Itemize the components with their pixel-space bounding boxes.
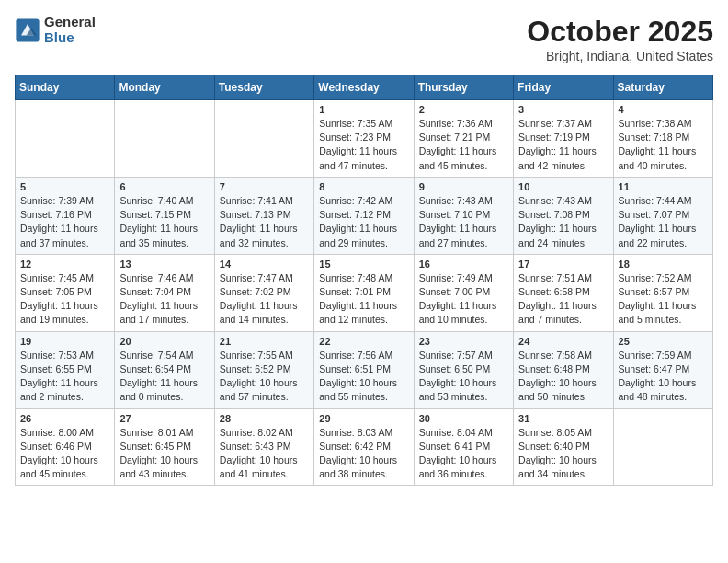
week-row-1: 1Sunrise: 7:35 AMSunset: 7:23 PMDaylight… xyxy=(16,100,713,178)
col-saturday: Saturday xyxy=(613,75,712,100)
day-info: Sunrise: 7:35 AMSunset: 7:23 PMDaylight:… xyxy=(319,117,408,173)
title-block: October 2025 Bright, Indiana, United Sta… xyxy=(527,15,713,63)
calendar-cell: 2Sunrise: 7:36 AMSunset: 7:21 PMDaylight… xyxy=(414,100,513,178)
calendar-cell: 26Sunrise: 8:00 AMSunset: 6:46 PMDayligh… xyxy=(16,408,115,486)
calendar-cell: 20Sunrise: 7:54 AMSunset: 6:54 PMDayligh… xyxy=(115,331,214,408)
day-number: 28 xyxy=(220,413,309,424)
day-number: 9 xyxy=(419,181,508,192)
day-info: Sunrise: 7:52 AMSunset: 6:57 PMDaylight:… xyxy=(619,271,708,327)
day-number: 4 xyxy=(619,104,708,115)
day-number: 11 xyxy=(619,181,708,192)
day-info: Sunrise: 7:59 AMSunset: 6:47 PMDaylight:… xyxy=(619,349,708,405)
calendar-cell: 10Sunrise: 7:43 AMSunset: 7:08 PMDayligh… xyxy=(514,177,613,254)
day-number: 8 xyxy=(319,181,408,192)
day-info: Sunrise: 7:57 AMSunset: 6:50 PMDaylight:… xyxy=(419,349,508,405)
col-wednesday: Wednesday xyxy=(314,75,414,100)
week-row-5: 26Sunrise: 8:00 AMSunset: 6:46 PMDayligh… xyxy=(16,408,713,486)
calendar-cell: 18Sunrise: 7:52 AMSunset: 6:57 PMDayligh… xyxy=(613,254,712,331)
calendar-cell: 22Sunrise: 7:56 AMSunset: 6:51 PMDayligh… xyxy=(314,331,414,408)
day-info: Sunrise: 7:41 AMSunset: 7:13 PMDaylight:… xyxy=(220,194,309,250)
day-info: Sunrise: 8:04 AMSunset: 6:41 PMDaylight:… xyxy=(419,426,508,482)
calendar-cell: 3Sunrise: 7:37 AMSunset: 7:19 PMDaylight… xyxy=(514,100,613,178)
location: Bright, Indiana, United States xyxy=(527,49,713,63)
day-info: Sunrise: 7:42 AMSunset: 7:12 PMDaylight:… xyxy=(319,194,408,250)
calendar-cell: 16Sunrise: 7:49 AMSunset: 7:00 PMDayligh… xyxy=(414,254,513,331)
day-info: Sunrise: 7:48 AMSunset: 7:01 PMDaylight:… xyxy=(319,271,408,327)
day-number: 27 xyxy=(119,413,209,424)
calendar: Sunday Monday Tuesday Wednesday Thursday… xyxy=(15,75,713,486)
col-monday: Monday xyxy=(115,75,214,100)
calendar-cell xyxy=(214,100,313,178)
day-info: Sunrise: 8:02 AMSunset: 6:43 PMDaylight:… xyxy=(220,426,309,482)
day-info: Sunrise: 7:39 AMSunset: 7:16 PMDaylight:… xyxy=(20,194,109,250)
month-title: October 2025 xyxy=(527,15,713,49)
day-number: 29 xyxy=(319,413,408,424)
day-info: Sunrise: 7:36 AMSunset: 7:21 PMDaylight:… xyxy=(419,117,508,173)
calendar-cell: 14Sunrise: 7:47 AMSunset: 7:02 PMDayligh… xyxy=(214,254,313,331)
day-number: 5 xyxy=(20,181,109,192)
calendar-cell: 11Sunrise: 7:44 AMSunset: 7:07 PMDayligh… xyxy=(613,177,712,254)
day-number: 31 xyxy=(518,413,608,424)
day-number: 10 xyxy=(518,181,608,192)
logo-blue: Blue xyxy=(44,30,96,46)
day-number: 14 xyxy=(220,259,309,270)
day-number: 26 xyxy=(20,413,109,424)
day-number: 18 xyxy=(619,259,708,270)
day-info: Sunrise: 7:56 AMSunset: 6:51 PMDaylight:… xyxy=(319,349,408,405)
day-info: Sunrise: 7:47 AMSunset: 7:02 PMDaylight:… xyxy=(220,271,309,327)
day-info: Sunrise: 7:49 AMSunset: 7:00 PMDaylight:… xyxy=(419,271,508,327)
calendar-cell: 15Sunrise: 7:48 AMSunset: 7:01 PMDayligh… xyxy=(314,254,414,331)
col-thursday: Thursday xyxy=(414,75,513,100)
day-info: Sunrise: 7:38 AMSunset: 7:18 PMDaylight:… xyxy=(619,117,708,173)
day-number: 12 xyxy=(20,259,109,270)
calendar-cell: 7Sunrise: 7:41 AMSunset: 7:13 PMDaylight… xyxy=(214,177,313,254)
logo-icon xyxy=(15,17,40,43)
calendar-cell: 29Sunrise: 8:03 AMSunset: 6:42 PMDayligh… xyxy=(314,408,414,486)
day-info: Sunrise: 8:01 AMSunset: 6:45 PMDaylight:… xyxy=(119,426,209,482)
logo: General Blue xyxy=(15,15,96,45)
day-info: Sunrise: 7:51 AMSunset: 6:58 PMDaylight:… xyxy=(518,271,608,327)
logo-general: General xyxy=(44,15,96,30)
calendar-cell: 13Sunrise: 7:46 AMSunset: 7:04 PMDayligh… xyxy=(115,254,214,331)
day-number: 19 xyxy=(20,336,109,347)
day-info: Sunrise: 7:37 AMSunset: 7:19 PMDaylight:… xyxy=(518,117,608,173)
day-info: Sunrise: 7:55 AMSunset: 6:52 PMDaylight:… xyxy=(220,349,309,405)
day-info: Sunrise: 8:00 AMSunset: 6:46 PMDaylight:… xyxy=(20,426,109,482)
day-number: 13 xyxy=(119,259,209,270)
calendar-cell: 9Sunrise: 7:43 AMSunset: 7:10 PMDaylight… xyxy=(414,177,513,254)
calendar-cell: 23Sunrise: 7:57 AMSunset: 6:50 PMDayligh… xyxy=(414,331,513,408)
col-tuesday: Tuesday xyxy=(214,75,313,100)
calendar-cell: 1Sunrise: 7:35 AMSunset: 7:23 PMDaylight… xyxy=(314,100,414,178)
day-number: 25 xyxy=(619,336,708,347)
day-number: 23 xyxy=(419,336,508,347)
day-number: 20 xyxy=(119,336,209,347)
calendar-cell: 5Sunrise: 7:39 AMSunset: 7:16 PMDaylight… xyxy=(16,177,115,254)
day-info: Sunrise: 7:46 AMSunset: 7:04 PMDaylight:… xyxy=(119,271,209,327)
calendar-cell: 21Sunrise: 7:55 AMSunset: 6:52 PMDayligh… xyxy=(214,331,313,408)
col-friday: Friday xyxy=(514,75,613,100)
day-info: Sunrise: 7:43 AMSunset: 7:10 PMDaylight:… xyxy=(419,194,508,250)
week-row-3: 12Sunrise: 7:45 AMSunset: 7:05 PMDayligh… xyxy=(16,254,713,331)
page-header: General Blue October 2025 Bright, Indian… xyxy=(15,15,713,63)
calendar-cell: 30Sunrise: 8:04 AMSunset: 6:41 PMDayligh… xyxy=(414,408,513,486)
day-number: 16 xyxy=(419,259,508,270)
day-info: Sunrise: 7:58 AMSunset: 6:48 PMDaylight:… xyxy=(518,349,608,405)
day-number: 7 xyxy=(220,181,309,192)
calendar-cell: 31Sunrise: 8:05 AMSunset: 6:40 PMDayligh… xyxy=(514,408,613,486)
calendar-cell: 25Sunrise: 7:59 AMSunset: 6:47 PMDayligh… xyxy=(613,331,712,408)
day-info: Sunrise: 8:05 AMSunset: 6:40 PMDaylight:… xyxy=(518,426,608,482)
day-number: 15 xyxy=(319,259,408,270)
day-number: 21 xyxy=(220,336,309,347)
day-info: Sunrise: 7:54 AMSunset: 6:54 PMDaylight:… xyxy=(119,349,209,405)
calendar-cell xyxy=(613,408,712,486)
calendar-cell: 6Sunrise: 7:40 AMSunset: 7:15 PMDaylight… xyxy=(115,177,214,254)
day-number: 6 xyxy=(119,181,209,192)
day-number: 17 xyxy=(518,259,608,270)
calendar-cell: 27Sunrise: 8:01 AMSunset: 6:45 PMDayligh… xyxy=(115,408,214,486)
day-number: 3 xyxy=(518,104,608,115)
day-info: Sunrise: 7:53 AMSunset: 6:55 PMDaylight:… xyxy=(20,349,109,405)
calendar-header-row: Sunday Monday Tuesday Wednesday Thursday… xyxy=(16,75,713,100)
day-info: Sunrise: 7:44 AMSunset: 7:07 PMDaylight:… xyxy=(619,194,708,250)
day-info: Sunrise: 7:40 AMSunset: 7:15 PMDaylight:… xyxy=(119,194,209,250)
calendar-cell: 12Sunrise: 7:45 AMSunset: 7:05 PMDayligh… xyxy=(16,254,115,331)
